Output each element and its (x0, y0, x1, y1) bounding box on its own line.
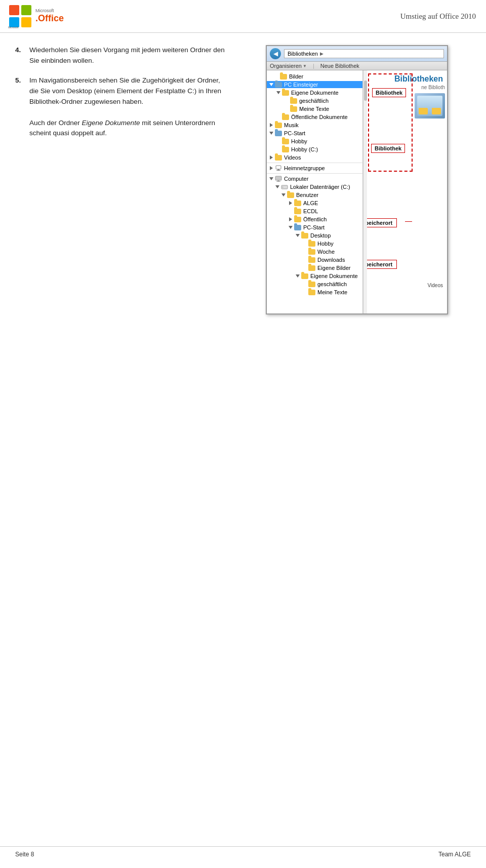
item-text-5: Im Navigationsbereich sehen Sie die Zuge… (29, 75, 228, 139)
tree-label-geschaeftlich-c: geschäftlich (317, 281, 347, 287)
tree-item-ecdl[interactable]: ECDL (267, 207, 362, 215)
tree-item-meinetexte[interactable]: Meine Texte (267, 105, 362, 113)
tree-item-woche[interactable]: Woche (267, 248, 362, 256)
tree-label-hobby-c: Hobby (C:) (291, 146, 318, 152)
folder-icon-desktop (301, 232, 308, 239)
nav-tree[interactable]: Bilder PC Einsteiger (267, 70, 363, 313)
expand-icon-eigenedok-c (295, 273, 300, 279)
back-button[interactable]: ◀ (270, 48, 281, 59)
tree-item-eigenedok[interactable]: Eigene Dokumente (267, 89, 362, 97)
nav-scrollbar[interactable] (363, 70, 367, 313)
organise-button[interactable]: Organisieren ▼ (270, 63, 307, 69)
bibliotheken-main-label: Bibliotheken (394, 74, 443, 84)
svg-rect-11 (276, 181, 280, 182)
folder-icon-hobby-c (282, 146, 289, 152)
folder-icon-eigenedok-c (301, 273, 308, 279)
tree-item-hobby-lib[interactable]: Hobby (267, 137, 362, 145)
tree-item-geschaeftlich[interactable]: geschäftlich (267, 97, 362, 105)
sublabel: ne Biblioth (421, 85, 445, 90)
tree-label-eigenebilder: Eigene Bilder (317, 265, 350, 271)
tree-item-eigenedok-c[interactable]: Eigene Dokumente (267, 272, 362, 280)
tree-label-oeffentlichdok: Öffentliche Dokumente (291, 114, 348, 120)
folder-icon-geschaeftlich (290, 98, 297, 104)
svg-point-13 (282, 187, 284, 188)
expand-icon-desktop (295, 233, 300, 238)
expand-icon-eigenebilder (302, 265, 307, 270)
expand-icon-pcstart (269, 131, 274, 136)
tree-item-benutzer[interactable]: Benutzer (267, 191, 362, 199)
folder-icon-oeffentlichdok (282, 114, 289, 120)
tree-item-videos[interactable]: Videos (267, 153, 362, 162)
tree-item-meinetexte-c[interactable]: Meine Texte (267, 288, 362, 296)
item-number-5: 5. (15, 75, 25, 139)
folder-icon-alge (294, 200, 301, 206)
expand-icon-ecdl (288, 209, 293, 214)
tree-item-computer[interactable]: Computer (267, 175, 362, 183)
tree-item-pcstart[interactable]: PC-Start (267, 129, 362, 137)
tree-item-eigenebilder[interactable]: Eigene Bilder (267, 264, 362, 272)
svg-rect-7 (277, 169, 279, 170)
tree-item-pceinsteiger[interactable]: PC Einsteiger (267, 81, 362, 89)
screenshot-column: ◀ Bibliotheken ▶ Organisieren ▼ | Neue B… (238, 45, 476, 314)
folder-icon-geschaeftlich-c (308, 281, 315, 287)
folder-icon-eigenedok (282, 90, 289, 96)
svg-text:Microsoft: Microsoft (8, 26, 19, 28)
toolbar-row2: Organisieren ▼ | Neue Bibliothek (267, 62, 447, 70)
tree-item-downloads[interactable]: Downloads (267, 256, 362, 264)
tree-label-oeffentlich: Öffentlich (303, 216, 327, 222)
new-library-button[interactable]: Neue Bibliothek (320, 63, 359, 69)
expand-icon-musik (269, 123, 274, 128)
speicherort-label-2: Speicherort (367, 260, 397, 269)
tree-label-videos: Videos (284, 154, 301, 161)
explorer-toolbar: ◀ Bibliotheken ▶ (267, 46, 447, 62)
folder-icon-hobby-lib (282, 138, 289, 144)
folder-icon-ecdl (294, 208, 301, 214)
folder-icon-pcstart (275, 130, 282, 136)
tree-item-geschaeftlich-c[interactable]: geschäftlich (267, 280, 362, 288)
tree-label-ecdl: ECDL (303, 208, 318, 214)
tree-item-hobby-c[interactable]: Hobby (C:) (267, 145, 362, 153)
tree-item-heimnetz[interactable]: Heimnetzgruppe (267, 164, 362, 172)
tree-label-meinetexte-c: Meine Texte (317, 289, 347, 295)
folder-icon-bilder (280, 73, 287, 80)
footer-page-number: Seite 8 (15, 851, 34, 858)
svg-rect-9 (275, 176, 281, 180)
expand-icon-woche (302, 249, 307, 254)
svg-rect-2 (21, 5, 31, 15)
tree-item-oeffentlichdok[interactable]: Öffentliche Dokumente (267, 113, 362, 121)
breadcrumb-text: Bibliotheken (288, 51, 318, 57)
expand-icon-videos (269, 155, 274, 160)
svg-rect-1 (9, 5, 19, 15)
tree-item-pcstart-c[interactable]: PC-Start (267, 223, 362, 231)
tree-item-hobby-desktop[interactable]: Hobby (267, 240, 362, 248)
tree-item-oeffentlich[interactable]: Öffentlich (267, 215, 362, 223)
item-text-5-part2: Auch der Ordner (29, 119, 82, 127)
bibliothek-label-1: Bibliothek (372, 88, 406, 97)
tree-item-bilder[interactable]: Bilder (267, 72, 362, 81)
breadcrumb-bar: Bibliotheken ▶ (284, 49, 444, 58)
item-text-4: Wiederholen Sie diesen Vorgang mit jedem… (29, 45, 228, 66)
tree-item-alge[interactable]: ALGE (267, 199, 362, 207)
tree-item-musik[interactable]: Musik (267, 121, 362, 129)
expand-icon-meinetexte (284, 106, 289, 111)
item-text-5-part1: Im Navigationsbereich sehen Sie die Zuge… (29, 76, 221, 105)
folder-icon-woche (308, 249, 315, 255)
scrollbar-thumb[interactable] (364, 81, 367, 101)
svg-rect-8 (276, 170, 280, 171)
tree-label-alge: ALGE (303, 200, 318, 206)
folder-icon-eigenebilder (308, 265, 315, 271)
numbered-item-5: 5. Im Navigationsbereich sehen Sie die Z… (15, 75, 228, 139)
expand-icon-hobby-desktop (302, 241, 307, 246)
tree-label-heimnetz: Heimnetzgruppe (284, 165, 325, 171)
tree-item-drive-c[interactable]: Lokaler Datenträger (C:) (267, 183, 362, 191)
svg-rect-4 (21, 17, 31, 27)
content-panel: Bibliotheken ne Biblioth Videos B (367, 70, 447, 313)
computer-icon (275, 176, 282, 182)
tree-label-downloads: Downloads (317, 257, 345, 263)
tree-label-computer: Computer (284, 176, 308, 182)
page-header: Microsoft Microsoft .Office Umstieg auf … (0, 0, 486, 33)
folder-icon-pceinsteiger (275, 82, 282, 88)
organise-arrow-icon: ▼ (303, 64, 307, 68)
thumb-folder-icon (419, 108, 428, 114)
tree-item-desktop[interactable]: Desktop (267, 231, 362, 240)
